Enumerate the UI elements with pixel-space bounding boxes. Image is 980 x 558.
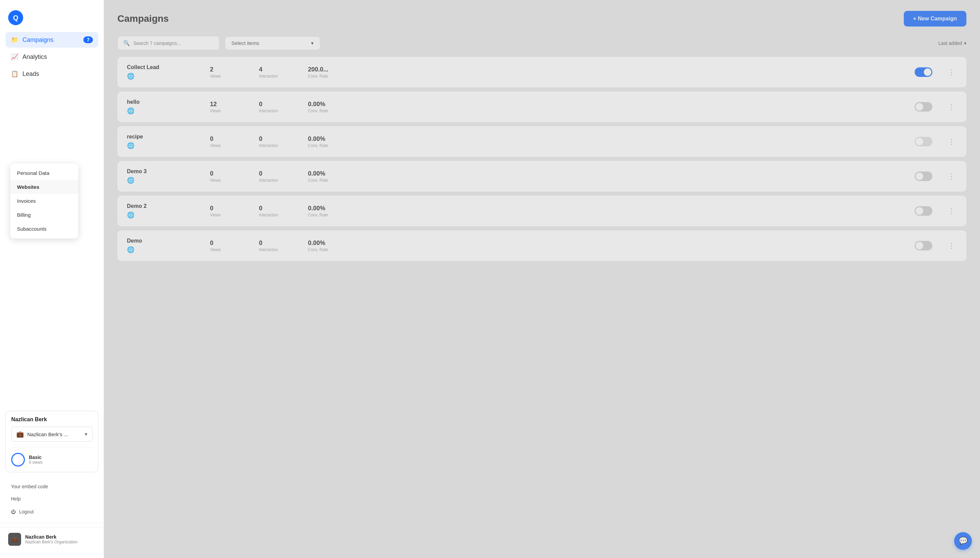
logout-row[interactable]: ⏻ Logout (0, 505, 104, 519)
sidebar-item-campaigns[interactable]: 📁 Campaigns 7 (5, 32, 98, 48)
bottom-link-help[interactable]: Help (5, 493, 98, 505)
plan-views: 0 views (29, 460, 43, 465)
plan-info: Basic 0 views (29, 455, 43, 465)
footer-name: Nazlican Berk (25, 534, 77, 540)
nav-badge-campaigns: 7 (84, 36, 93, 43)
plan-circle (11, 453, 25, 466)
dropdown-item-subaccounts[interactable]: Subaccounts (10, 222, 78, 236)
user-footer: 💼 Nazlican Berk Nazlican Berk's Organiza… (0, 527, 104, 551)
sidebar-item-analytics[interactable]: 📈 Analytics (5, 49, 98, 65)
user-section: Nazlican Berk 💼 Nazlican Berk's ... ▾ Ba… (5, 411, 98, 472)
logout-icon: ⏻ (11, 509, 16, 514)
nav-label-analytics: Analytics (23, 53, 47, 61)
nav-icon-leads: 📋 (11, 70, 18, 77)
logout-label: Logout (19, 509, 34, 514)
plan-row: Basic 0 views (11, 447, 92, 466)
avatar: 💼 (8, 533, 21, 546)
nav-icon-campaigns: 📁 (11, 36, 18, 44)
dropdown-item-invoices[interactable]: Invoices (10, 194, 78, 208)
bottom-link-embed-code[interactable]: Your embed code (5, 481, 98, 493)
logo-area: Q (0, 7, 104, 32)
footer-org: Nazlican Berk's Organization (25, 540, 77, 544)
nav-label-campaigns: Campaigns (23, 36, 53, 44)
sidebar: Q 📁 Campaigns 7 📈 Analytics 📋 Leads Nazl… (0, 0, 104, 558)
app-logo: Q (8, 10, 23, 25)
nav-label-leads: Leads (23, 71, 39, 77)
chevron-down-icon: ▾ (85, 431, 87, 437)
org-selector[interactable]: 💼 Nazlican Berk's ... ▾ (11, 427, 92, 441)
sidebar-item-leads[interactable]: 📋 Leads (5, 66, 98, 82)
nav-icon-analytics: 📈 (11, 53, 18, 61)
dropdown-item-personal-data[interactable]: Personal Data (10, 166, 78, 180)
org-name: Nazlican Berk's ... (27, 432, 68, 437)
account-dropdown-menu: Personal DataWebsitesInvoicesBillingSuba… (10, 163, 78, 238)
user-name: Nazlican Berk (11, 417, 92, 423)
dropdown-item-billing[interactable]: Billing (10, 208, 78, 222)
bottom-links: Your embed codeHelp (0, 478, 104, 505)
dropdown-item-websites[interactable]: Websites (10, 180, 78, 194)
plan-name: Basic (29, 455, 43, 460)
overlay[interactable] (0, 0, 980, 558)
